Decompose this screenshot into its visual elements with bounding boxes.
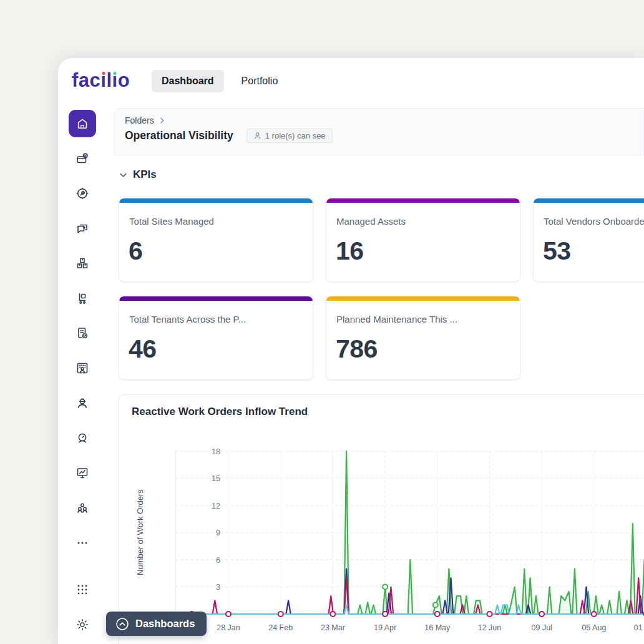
building-person-icon [75,361,90,376]
header-tabs: DashboardPortfolio [152,70,288,92]
svg-text:28 Jan: 28 Jan [217,623,240,632]
sidebar-item-facility[interactable] [75,361,90,376]
svg-text:15: 15 [212,474,220,483]
dashboards-button[interactable]: Dashboards [106,612,207,636]
svg-text:16 May: 16 May [424,623,451,632]
sidebar-item-performance[interactable] [75,431,90,446]
sidebar-item-home[interactable] [69,110,96,137]
kpi-card-0: Total Sites Managed6 [119,198,313,282]
svg-text:01 Sep: 01 Sep [634,623,644,632]
tab-dashboard[interactable]: Dashboard [152,70,224,92]
chevron-up-circle-icon [115,617,129,631]
kpi-accent-strip [326,296,520,301]
home-icon [76,117,89,130]
kpi-grid: Total Sites Managed6Managed Assets16Tota… [119,198,644,380]
logo-i-dot [102,72,105,75]
grid-dots-icon [75,582,90,597]
page-title: Operational Visibility [125,129,233,142]
settings-gear-icon [75,617,90,632]
people-group-icon [75,500,90,515]
kpi-value: 46 [129,334,303,364]
kpi-value: 786 [336,334,510,364]
roles-badge[interactable]: 1 role(s) can see [246,129,333,143]
svg-text:18: 18 [212,447,220,456]
person-icon [253,132,261,140]
ellipsis-icon [75,535,90,550]
sidebar [68,110,97,644]
chat-question-icon [75,221,90,236]
breadcrumb-panel: Folders Operational Visibility 1 role(s)… [114,108,644,155]
kpi-accent-strip [119,198,313,203]
kpi-section-title: KPIs [133,168,157,181]
kpi-accent-strip [119,296,313,301]
svg-text:9: 9 [216,529,220,537]
kpi-label: Total Vendors Onboarded [544,216,644,227]
sidebar-item-teams[interactable] [75,500,90,515]
sidebar-item-contracts[interactable] [75,326,90,341]
monitor-chart-icon [75,466,90,481]
boxes-icon [75,256,90,271]
kpi-card-2: Total Vendors Onboarded53 [533,198,644,282]
kpi-value: 6 [129,237,303,266]
tab-portfolio[interactable]: Portfolio [232,70,288,92]
kpi-card-3: Total Tenants Across the P...46 [119,296,313,380]
kpi-value: 53 [543,237,644,266]
kpi-card-1: Managed Assets16 [326,198,520,282]
svg-text:12: 12 [212,502,220,510]
sidebar-item-procurement[interactable] [75,291,90,306]
sidebar-item-finance[interactable] [75,151,90,166]
chevron-right-icon [159,117,165,124]
sidebar-item-apps[interactable] [75,582,90,597]
kpi-value: 16 [336,237,510,266]
chevron-down-icon[interactable] [119,170,128,180]
sidebar-item-workforce[interactable] [75,396,90,411]
sidebar-item-helpdesk[interactable] [75,221,90,236]
svg-text:05 Aug: 05 Aug [582,623,606,632]
breadcrumb-folders-link[interactable]: Folders [125,115,154,125]
document-check-icon [75,326,90,341]
app-window: facılıo DashboardPortfolio Folders Opera… [58,58,644,644]
kpi-accent-strip [534,198,644,203]
kpi-label: Total Tenants Across the P... [129,314,303,324]
cart-icon [75,291,90,306]
kpi-label: Total Sites Managed [129,216,303,227]
dashboards-button-label: Dashboards [135,618,195,630]
worker-icon [75,396,90,411]
workorders-chart-card: Reactive Work Orders Inflow Trend 369121… [119,394,644,644]
sidebar-item-inventory[interactable] [75,256,90,271]
logo[interactable]: facılıo [72,69,130,92]
wallet-money-icon [75,151,90,166]
breadcrumb: Folders [125,115,643,125]
svg-text:24 Feb: 24 Feb [268,623,293,632]
svg-text:3: 3 [216,583,220,592]
sidebar-item-settings[interactable] [75,617,90,632]
logo-i-dot [114,72,117,75]
sidebar-item-more[interactable] [75,535,90,550]
kpi-label: Planned Maintenance This ... [336,314,510,324]
svg-text:09 Jul: 09 Jul [532,623,552,632]
y-axis-label: Number of Work Orders [135,489,145,575]
svg-text:12 Jun: 12 Jun [478,623,502,632]
sidebar-item-analytics[interactable] [75,466,90,481]
svg-text:19 Apr: 19 Apr [374,623,396,632]
kpi-label: Managed Assets [336,216,510,227]
kpi-card-4: Planned Maintenance This ...786 [326,296,520,380]
svg-text:6: 6 [216,556,220,565]
gear-wrench-icon [75,186,90,201]
sidebar-item-maintenance[interactable] [75,186,90,201]
workorders-chart-svg[interactable]: 36912151828 Jan24 Feb23 Mar19 Apr16 May1… [119,395,644,644]
gauge-icon [75,431,90,446]
kpi-accent-strip [326,198,520,203]
roles-badge-label: 1 role(s) can see [265,131,326,140]
svg-text:23 Mar: 23 Mar [321,623,345,632]
